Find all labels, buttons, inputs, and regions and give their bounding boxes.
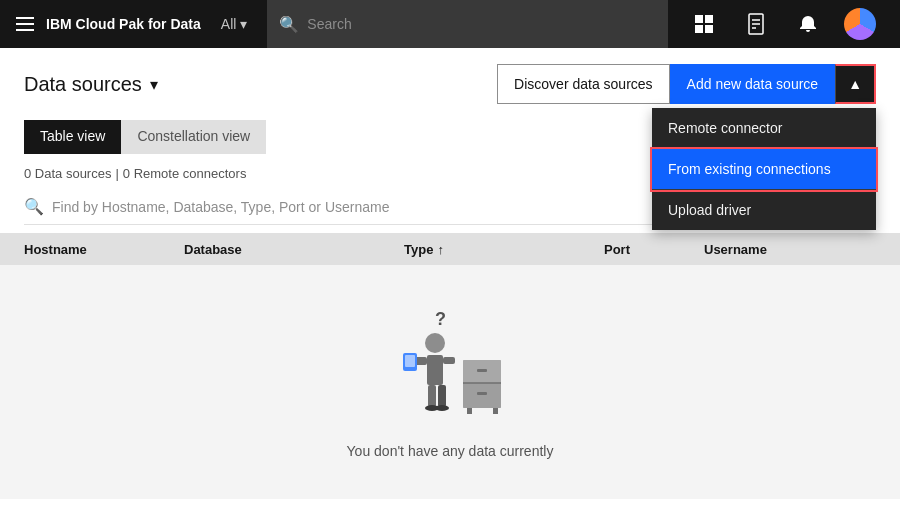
empty-state-text: You don't have any data currently [347, 443, 554, 459]
header-actions: Discover data sources Add new data sourc… [497, 64, 876, 104]
brand-name: IBM Cloud Pak for Data [46, 16, 201, 32]
svg-rect-13 [405, 355, 415, 367]
svg-rect-15 [428, 385, 436, 407]
table-header: Hostname Database Type ↑ Port Username [0, 234, 900, 265]
dropdown-item-upload-driver[interactable]: Upload driver [652, 190, 876, 230]
dropdown-menu: Remote connector From existing connectio… [652, 108, 876, 230]
chevron-up-icon: ▲ [848, 76, 862, 92]
data-sources-count: 0 Data sources [24, 166, 111, 181]
tab-constellation-view[interactable]: Constellation view [121, 120, 266, 154]
svg-rect-22 [477, 369, 487, 372]
add-new-dropdown-toggle[interactable]: ▲ [835, 64, 876, 104]
scope-label: All [221, 16, 237, 32]
dropdown-item-remote-connector[interactable]: Remote connector [652, 108, 876, 149]
empty-state: ? [0, 265, 900, 499]
svg-point-18 [435, 405, 449, 411]
add-new-source-label: Add new data source [687, 76, 819, 92]
col-type: Type ↑ [404, 242, 554, 257]
col-username: Username [704, 242, 876, 257]
page-content: Data sources ▾ Discover data sources Add… [0, 48, 900, 510]
page-title: Data sources [24, 73, 142, 96]
nav-search-bar[interactable]: 🔍 [267, 0, 668, 48]
discover-sources-button[interactable]: Discover data sources [497, 64, 670, 104]
title-chevron-icon[interactable]: ▾ [150, 75, 158, 94]
table-search-icon: 🔍 [24, 197, 44, 216]
svg-rect-3 [705, 25, 713, 33]
svg-rect-10 [427, 355, 443, 385]
search-input[interactable] [307, 16, 656, 32]
svg-text:?: ? [435, 309, 446, 329]
page-title-area: Data sources ▾ [24, 73, 158, 96]
nav-icons [680, 0, 884, 48]
document-icon-btn[interactable] [732, 0, 780, 48]
svg-rect-26 [493, 408, 498, 414]
col-port: Port [604, 242, 704, 257]
svg-rect-23 [477, 392, 487, 395]
svg-rect-16 [438, 385, 446, 407]
add-new-source-button[interactable]: Add new data source [670, 64, 836, 104]
svg-rect-1 [705, 15, 713, 23]
remote-connectors-count: 0 Remote connectors [123, 166, 247, 181]
svg-rect-2 [695, 25, 703, 33]
svg-rect-0 [695, 15, 703, 23]
svg-point-9 [425, 333, 445, 353]
col-database: Database [184, 242, 404, 257]
scope-chevron-icon: ▾ [240, 16, 247, 32]
stats-separator: | [115, 166, 118, 181]
tab-table-view[interactable]: Table view [24, 120, 121, 154]
dropdown-item-existing-connections[interactable]: From existing connections [652, 149, 876, 190]
svg-rect-25 [467, 408, 472, 414]
svg-rect-14 [443, 357, 455, 364]
sort-icon[interactable]: ↑ [437, 242, 444, 257]
col-hostname: Hostname [24, 242, 184, 257]
top-nav: IBM Cloud Pak for Data All ▾ 🔍 [0, 0, 900, 48]
page-header: Data sources ▾ Discover data sources Add… [0, 48, 900, 104]
avatar[interactable] [836, 0, 884, 48]
hamburger-menu-icon[interactable] [16, 17, 34, 31]
scope-selector[interactable]: All ▾ [213, 16, 256, 32]
bell-icon-btn[interactable] [784, 0, 832, 48]
empty-illustration: ? [380, 305, 520, 435]
grid-icon-btn[interactable] [680, 0, 728, 48]
svg-rect-21 [463, 383, 501, 408]
search-icon: 🔍 [279, 15, 299, 34]
